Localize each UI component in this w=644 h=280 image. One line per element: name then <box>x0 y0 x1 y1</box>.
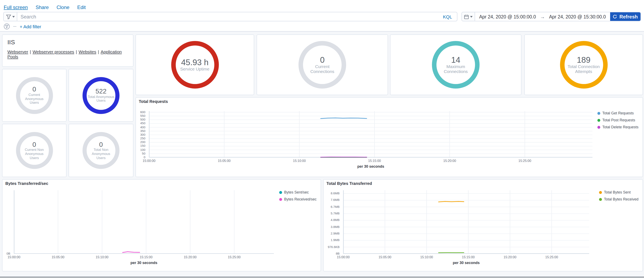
y-tick-label: 100 <box>140 148 145 151</box>
panel-total-anonymous-users: 522 Total Anonymous Users <box>68 69 134 122</box>
legend-dot-icon <box>598 112 600 115</box>
kql-button[interactable]: KQL <box>438 12 457 21</box>
refresh-button[interactable]: Refresh <box>610 12 640 21</box>
x-tick-label: 15:20:00 <box>443 159 456 163</box>
legend-item[interactable]: Total Bytes Sent <box>599 190 638 194</box>
full-screen-link[interactable]: Full screen <box>4 4 28 10</box>
panel-bytes-transferred-per-sec: Bytes Transferred/sec 0B 15:00:0015:05:0… <box>2 179 321 272</box>
y-axis-labels: 050100150200250300350400450500550600 <box>136 111 147 157</box>
chart-plot[interactable] <box>14 190 274 254</box>
y-tick-label: 150 <box>140 144 145 148</box>
filter-options-button[interactable] <box>4 23 10 29</box>
calendar-button[interactable] <box>462 12 475 21</box>
filter-bar: + Add filter <box>4 23 41 29</box>
x-axis-caption: per 30 seconds <box>343 261 589 265</box>
panel-total-requests: Total Requests 0501001502002503003504004… <box>136 97 643 177</box>
panel-total-bytes-transferred: Total Bytes Transferred 8B976.6KB1.9MB2.… <box>323 179 643 272</box>
x-tick-label: 15:05:00 <box>218 159 230 163</box>
window-bottom-edge <box>0 277 644 278</box>
chart-title: Total Bytes Transferred <box>326 181 372 186</box>
legend-item[interactable]: Bytes Received/sec <box>279 197 316 201</box>
x-tick-label: 15:25:00 <box>518 159 531 163</box>
chart-title: Bytes Transferred/sec <box>5 181 48 186</box>
websites-link[interactable]: Websites <box>79 49 96 54</box>
date-to[interactable]: Apr 24, 2020 @ 15:30:00.0 <box>545 12 610 21</box>
gauge-ring: 0 Current Connections <box>298 41 346 89</box>
iis-links: Webserver|Webserver processes|Websites|A… <box>8 49 128 59</box>
date-picker: Apr 24, 2020 @ 15:00:00.0 → Apr 24, 2020… <box>462 12 641 21</box>
legend-item[interactable]: Total Delete Requests <box>598 125 638 129</box>
y-tick-label: 400 <box>140 126 145 129</box>
arrow-right-icon: → <box>540 12 545 21</box>
link-separator: | <box>98 49 99 54</box>
legend-dot-icon <box>279 198 282 201</box>
refresh-icon <box>612 14 617 19</box>
chart-plot[interactable] <box>149 111 592 157</box>
y-tick-label: 3.8MB <box>331 225 340 229</box>
gauge-label: Total Anonymous Users <box>88 95 114 103</box>
legend-label: Bytes Sent/sec <box>284 190 309 194</box>
y-tick-label: 5.7MB <box>331 212 340 215</box>
y-tick-label: 250 <box>140 137 145 140</box>
x-tick-label: 15:15:00 <box>462 255 475 259</box>
panel-total-connection-attempts: 189 Total Connection Attempts <box>524 34 643 95</box>
legend-dot-icon <box>599 198 602 201</box>
y-tick-label: 8.6MB <box>331 192 340 195</box>
gauge-value: 522 <box>96 88 106 95</box>
gauge-value: 189 <box>577 55 590 64</box>
y-tick-label: 200 <box>140 141 145 144</box>
legend-dot-icon <box>599 191 602 194</box>
webserver-processes-link[interactable]: Webserver processes <box>33 49 74 54</box>
x-axis-labels: 15:00:0015:05:0015:10:0015:15:0015:20:00… <box>343 255 589 260</box>
edit-link[interactable]: Edit <box>77 4 86 10</box>
chevron-down-icon <box>12 16 14 17</box>
y-tick-label: 300 <box>140 133 145 137</box>
filter-circle-icon <box>4 23 10 29</box>
gauge-label: Current Connections <box>304 64 340 74</box>
legend-item[interactable]: Total Post Requests <box>598 118 638 122</box>
clone-link[interactable]: Clone <box>56 4 70 10</box>
x-tick-label: 15:15:00 <box>368 159 381 163</box>
x-tick-label: 15:25:00 <box>228 255 240 259</box>
legend-label: Total Bytes Received <box>604 197 638 201</box>
x-tick-label: 15:10:00 <box>96 255 108 259</box>
gauge-label: Current Anonymous Users <box>21 93 48 105</box>
panel-current-connections: 0 Current Connections <box>256 34 388 95</box>
y-tick-label: 0B <box>6 252 10 255</box>
search-control: KQL <box>3 12 458 21</box>
panel-iis-overview: IIS Webserver|Webserver processes|Websit… <box>2 34 134 67</box>
y-tick-label: 1.9MB <box>331 239 340 242</box>
legend-item[interactable]: Total Bytes Received <box>599 197 638 201</box>
y-axis-labels: 0B <box>2 190 12 254</box>
iis-title: IIS <box>8 38 128 45</box>
toolbar-links: Full screen Share Clone Edit <box>4 4 86 10</box>
gauge-label: Current Non Anonymous Users <box>21 148 48 160</box>
add-filter-link[interactable]: + Add filter <box>20 24 41 29</box>
y-axis-labels: 8B976.6KB1.9MB2.9MB3.8MB4.8MB5.7MB6.7MB7… <box>324 190 341 254</box>
x-tick-label: 15:10:00 <box>420 255 433 259</box>
panel-maximum-connections: 14 Maximum Connections <box>390 34 522 95</box>
filter-icon <box>6 14 11 19</box>
y-tick-label: 450 <box>140 122 145 125</box>
panel-service-uptime: 45.93 h Service Uptime <box>136 34 254 95</box>
x-axis-labels: 15:00:0015:05:0015:10:0015:15:0015:20:00… <box>149 159 592 163</box>
search-input[interactable] <box>17 12 438 21</box>
legend-label: Total Delete Requests <box>602 125 638 129</box>
gauge-label: Service Uptime <box>177 67 213 72</box>
date-from[interactable]: Apr 24, 2020 @ 15:00:00.0 <box>475 12 540 21</box>
legend-label: Total Get Requests <box>602 111 634 115</box>
legend-item[interactable]: Bytes Sent/sec <box>279 190 316 194</box>
kibana-dashboard: Full screen Share Clone Edit KQL Apr 24,… <box>0 0 644 280</box>
chart-legend: Bytes Sent/secBytes Received/sec <box>279 190 316 201</box>
chart-plot[interactable] <box>343 190 589 254</box>
saved-query-menu-button[interactable] <box>4 12 17 21</box>
webserver-link[interactable]: Webserver <box>8 49 28 54</box>
legend-item[interactable]: Total Get Requests <box>598 111 638 115</box>
y-tick-label: 8B <box>336 252 340 255</box>
chevron-down-icon <box>470 16 472 17</box>
share-link[interactable]: Share <box>36 4 49 10</box>
gauge-value: 45.93 h <box>181 58 208 67</box>
x-tick-label: 15:00:00 <box>8 255 20 259</box>
x-tick-label: 15:00:00 <box>143 159 156 163</box>
link-separator: | <box>30 49 31 54</box>
